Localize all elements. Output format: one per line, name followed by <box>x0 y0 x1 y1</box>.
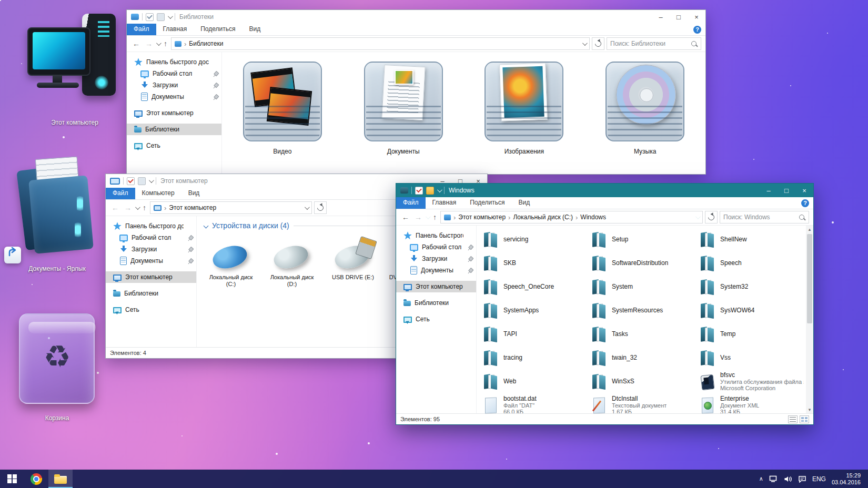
help-icon[interactable]: ? <box>801 199 809 207</box>
desktop-icon-documents-shortcut[interactable]: Документы - Ярлык <box>14 154 100 272</box>
new-folder-qat-icon[interactable] <box>157 13 165 21</box>
scrollbar-thumb[interactable] <box>807 234 812 323</box>
titlebar[interactable]: Windows – □ × <box>396 184 813 197</box>
address-dropdown-chevron-icon[interactable] <box>582 40 588 46</box>
close-button[interactable]: × <box>688 10 705 24</box>
breadcrumb-segment[interactable]: Этот компьютер <box>169 204 216 211</box>
breadcrumb-segment[interactable]: Этот компьютер <box>458 214 506 221</box>
file-item[interactable]: ShellNew <box>698 228 806 251</box>
drive-item[interactable]: USB DRIVE (E:) <box>326 238 380 288</box>
file-item[interactable]: SKB <box>481 251 589 275</box>
recent-locations-chevron-icon[interactable] <box>156 40 162 46</box>
file-item[interactable]: System32 <box>698 275 806 299</box>
refresh-button[interactable] <box>592 37 604 50</box>
collapse-chevron-icon[interactable] <box>204 223 209 228</box>
sidebar-item[interactable]: Панель быстрого доступа <box>106 220 196 232</box>
refresh-button[interactable] <box>314 201 327 214</box>
close-button[interactable]: × <box>795 184 813 197</box>
app-icon[interactable] <box>110 178 120 185</box>
app-icon[interactable] <box>131 14 139 20</box>
file-item[interactable]: SystemApps <box>481 299 589 322</box>
search-input[interactable] <box>720 214 799 221</box>
breadcrumb-segment[interactable]: Библиотеки <box>189 40 223 47</box>
sidebar-item[interactable]: Панель быстрого доступа <box>127 56 221 68</box>
forward-button[interactable]: → <box>413 213 423 221</box>
file-item[interactable]: WinSxS <box>589 370 698 393</box>
file-item[interactable]: SoftwareDistribution <box>589 251 698 275</box>
new-folder-qat-icon[interactable] <box>426 187 434 195</box>
address-dropdown-chevron-icon[interactable] <box>695 214 701 219</box>
sidebar-item[interactable]: Этот компьютер <box>396 281 476 292</box>
ribbon-tab[interactable]: Поделиться <box>463 197 511 209</box>
desktop-icon-recycle-bin[interactable]: ♻ Корзина <box>14 308 100 422</box>
sidebar-item[interactable]: Сеть <box>127 140 221 151</box>
file-item[interactable]: Tasks <box>589 322 698 346</box>
minimize-button[interactable]: – <box>760 184 778 197</box>
drive-item[interactable]: Локальный диск (D:) <box>265 238 319 288</box>
file-item[interactable]: TAPI <box>481 322 589 346</box>
volume-icon[interactable] <box>784 475 792 483</box>
sidebar-item[interactable]: Сеть <box>396 313 476 325</box>
tray-expand-chevron-icon[interactable]: ∧ <box>759 475 763 482</box>
properties-qat-icon[interactable] <box>415 187 423 195</box>
sidebar-item[interactable]: Рабочий стол <box>127 68 221 79</box>
sidebar-item[interactable]: Загрузки <box>106 243 196 255</box>
sidebar-item[interactable]: Этот компьютер <box>106 271 196 283</box>
titlebar[interactable]: Библиотеки – □ × <box>127 10 705 24</box>
file-item[interactable]: Speech_OneCore <box>481 275 589 299</box>
sidebar-item[interactable]: Библиотеки <box>106 288 196 299</box>
breadcrumb-segment[interactable]: Локальный диск (C:) <box>513 214 573 221</box>
ribbon-tab[interactable]: Вид <box>242 24 267 35</box>
file-item[interactable]: bfsvc Утилита обслуживания файла з... Mi… <box>698 370 806 393</box>
qat-chevron-down-icon[interactable] <box>149 178 154 183</box>
language-indicator[interactable]: ENG <box>812 475 826 483</box>
file-item[interactable]: Setup <box>589 228 698 251</box>
refresh-button[interactable] <box>705 211 718 223</box>
address-bar[interactable]: › Этот компьютер › Локальный диск (C:) ›… <box>440 211 703 223</box>
ribbon-tab[interactable]: Компьютер <box>135 188 181 199</box>
new-folder-qat-icon[interactable] <box>138 177 146 185</box>
up-button[interactable]: ↑ <box>141 204 148 212</box>
sidebar-item[interactable]: Библиотеки <box>127 124 221 135</box>
address-bar[interactable]: › Библиотеки <box>171 37 590 50</box>
qat-chevron-down-icon[interactable] <box>437 187 442 192</box>
icons-view-button[interactable] <box>800 415 809 423</box>
details-view-button[interactable] <box>788 415 798 423</box>
back-button[interactable]: ← <box>110 204 120 212</box>
network-icon[interactable] <box>769 475 778 483</box>
sidebar-item[interactable]: Документы <box>396 265 476 276</box>
breadcrumb-segment[interactable]: Windows <box>580 214 606 221</box>
desktop-shortcut-arrow[interactable] <box>4 244 22 263</box>
up-button[interactable]: ↑ <box>431 213 438 221</box>
file-item[interactable]: twain_32 <box>589 346 698 370</box>
library-item[interactable]: Музыка <box>587 58 703 155</box>
ribbon-tab[interactable]: Вид <box>181 188 207 199</box>
app-icon[interactable] <box>400 187 408 194</box>
search-input[interactable] <box>607 40 691 47</box>
sidebar-item[interactable]: Сеть <box>106 304 196 316</box>
sidebar-item[interactable]: Панель быстрого доступа <box>396 230 476 241</box>
help-icon[interactable]: ? <box>693 26 701 34</box>
ribbon-tab[interactable]: Файл <box>127 24 156 35</box>
file-item[interactable]: Temp <box>698 322 806 346</box>
file-item[interactable]: servicing <box>481 228 589 251</box>
vertical-scrollbar[interactable]: ▴ ▾ <box>806 226 813 413</box>
address-bar[interactable]: › Этот компьютер <box>150 201 312 214</box>
recent-locations-chevron-icon[interactable] <box>135 205 140 210</box>
search-box[interactable] <box>607 37 701 50</box>
minimize-button[interactable]: – <box>652 10 670 24</box>
back-button[interactable]: ← <box>131 39 142 48</box>
taskbar-clock[interactable]: 15:29 03.04.2016 <box>832 472 863 486</box>
library-item[interactable]: Видео <box>225 58 340 155</box>
file-item[interactable]: Web <box>481 370 589 393</box>
properties-qat-icon[interactable] <box>146 13 154 21</box>
back-button[interactable]: ← <box>400 213 411 221</box>
start-button[interactable] <box>0 470 24 488</box>
forward-button[interactable]: → <box>144 39 154 48</box>
address-dropdown-chevron-icon[interactable] <box>304 205 309 210</box>
properties-qat-icon[interactable] <box>127 177 135 185</box>
desktop-icon-this-pc[interactable]: Этот компьютер <box>27 14 122 126</box>
file-item[interactable]: System <box>589 275 698 299</box>
qat-chevron-down-icon[interactable] <box>168 14 173 19</box>
recent-locations-chevron-icon[interactable] <box>426 214 431 219</box>
